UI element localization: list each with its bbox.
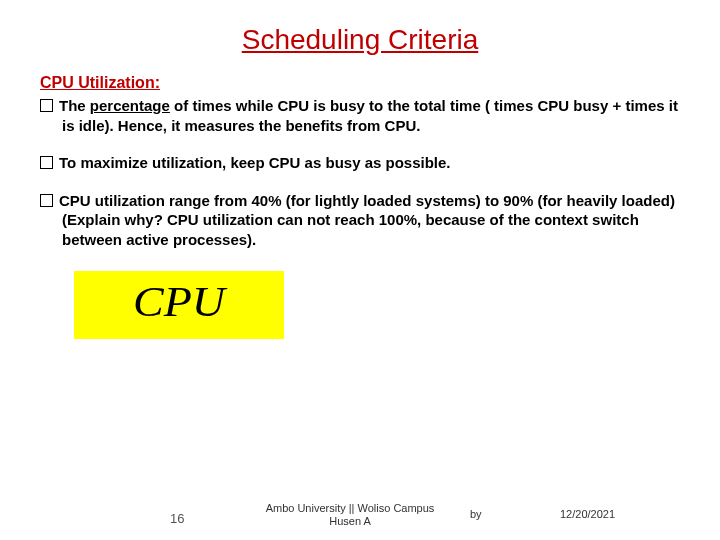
bullet-point-1: The percentage of times while CPU is bus… (40, 96, 680, 135)
page-number: 16 (170, 511, 184, 526)
body-text: The percentage of times while CPU is bus… (40, 96, 680, 249)
footer-by: by (470, 508, 482, 520)
text: keep CPU as busy as possible. (230, 154, 450, 171)
footer-credit: Ambo University || Woliso Campus Husen A (250, 502, 450, 528)
text: of times while CPU is busy to the total … (170, 97, 485, 114)
cpu-graphic: CPU (74, 271, 284, 339)
checkbox-icon (40, 156, 53, 169)
cpu-text: CPU (133, 279, 228, 324)
text: To maximize utilization, (59, 154, 230, 171)
slide-title: Scheduling Criteria (40, 24, 680, 56)
bullet-point-2: To maximize utilization, keep CPU as bus… (40, 153, 680, 173)
text: The (59, 97, 90, 114)
checkbox-icon (40, 194, 53, 207)
text: Explain why? CPU utilization can not rea… (62, 211, 639, 248)
footer-date: 12/20/2021 (560, 508, 615, 520)
checkbox-icon (40, 99, 53, 112)
section-heading: CPU Utilization: (40, 74, 680, 92)
cpu-icon: CPU (84, 277, 274, 333)
slide: Scheduling Criteria CPU Utilization: The… (0, 0, 720, 540)
text-underline: percentage (90, 97, 170, 114)
bullet-point-3: CPU utilization range from 40% (for ligh… (40, 191, 680, 250)
credit-line-1: Ambo University || Woliso Campus (266, 502, 435, 514)
credit-line-2: Husen A (329, 515, 371, 527)
text: CPU utilization range from 40% (for ligh… (59, 192, 675, 209)
